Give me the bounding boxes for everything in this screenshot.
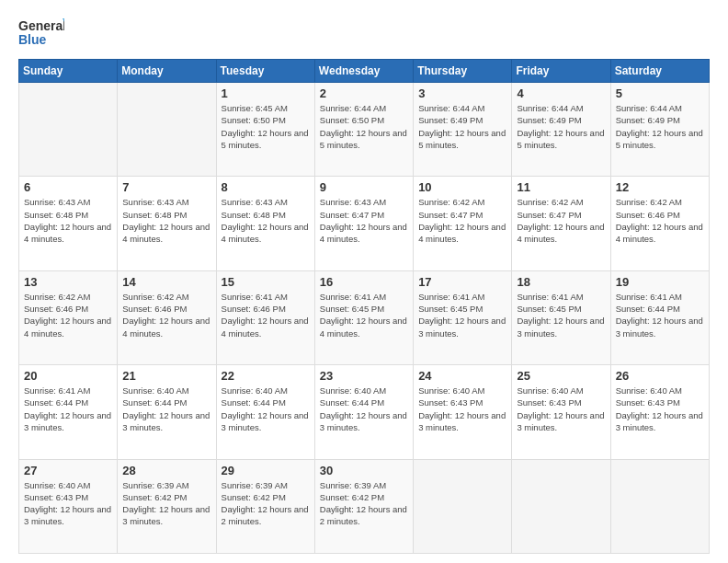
day-info: Sunrise: 6:42 AM Sunset: 6:47 PM Dayligh… <box>517 196 605 245</box>
day-info: Sunrise: 6:41 AM Sunset: 6:46 PM Dayligh… <box>222 291 310 339</box>
calendar-cell: 18Sunrise: 6:41 AM Sunset: 6:45 PM Dayli… <box>512 270 610 364</box>
day-number: 7 <box>122 180 210 194</box>
day-info: Sunrise: 6:41 AM Sunset: 6:45 PM Dayligh… <box>418 291 506 339</box>
day-info: Sunrise: 6:42 AM Sunset: 6:46 PM Dayligh… <box>616 196 704 245</box>
calendar-cell: 4Sunrise: 6:44 AM Sunset: 6:49 PM Daylig… <box>512 83 610 177</box>
calendar-week-3: 13Sunrise: 6:42 AM Sunset: 6:46 PM Dayli… <box>19 270 710 364</box>
calendar-cell: 2Sunrise: 6:44 AM Sunset: 6:50 PM Daylig… <box>314 83 413 177</box>
day-number: 23 <box>320 369 408 383</box>
weekday-header-row: SundayMondayTuesdayWednesdayThursdayFrid… <box>19 60 710 83</box>
calendar-cell: 3Sunrise: 6:44 AM Sunset: 6:49 PM Daylig… <box>414 83 512 177</box>
day-info: Sunrise: 6:39 AM Sunset: 6:42 PM Dayligh… <box>320 479 408 528</box>
calendar-cell: 14Sunrise: 6:42 AM Sunset: 6:46 PM Dayli… <box>118 270 216 364</box>
calendar-cell: 25Sunrise: 6:40 AM Sunset: 6:43 PM Dayli… <box>512 365 610 459</box>
calendar-cell: 28Sunrise: 6:39 AM Sunset: 6:42 PM Dayli… <box>118 459 216 553</box>
calendar-cell: 27Sunrise: 6:40 AM Sunset: 6:43 PM Dayli… <box>19 459 118 553</box>
day-number: 10 <box>418 180 506 194</box>
calendar-cell: 22Sunrise: 6:40 AM Sunset: 6:44 PM Dayli… <box>216 365 314 459</box>
day-number: 9 <box>320 180 408 194</box>
calendar-cell: 24Sunrise: 6:40 AM Sunset: 6:43 PM Dayli… <box>414 365 512 459</box>
day-number: 17 <box>418 275 506 289</box>
day-info: Sunrise: 6:41 AM Sunset: 6:44 PM Dayligh… <box>24 385 112 433</box>
calendar-cell: 17Sunrise: 6:41 AM Sunset: 6:45 PM Dayli… <box>414 270 512 364</box>
weekday-header-sunday: Sunday <box>19 60 118 83</box>
weekday-header-wednesday: Wednesday <box>314 60 413 83</box>
calendar-cell <box>610 459 709 553</box>
day-number: 24 <box>418 369 506 383</box>
calendar-cell: 9Sunrise: 6:43 AM Sunset: 6:47 PM Daylig… <box>314 177 413 270</box>
day-number: 12 <box>616 180 704 194</box>
calendar-week-2: 6Sunrise: 6:43 AM Sunset: 6:48 PM Daylig… <box>19 177 710 270</box>
day-number: 4 <box>517 86 605 100</box>
calendar-cell: 7Sunrise: 6:43 AM Sunset: 6:48 PM Daylig… <box>118 177 216 270</box>
calendar-cell: 16Sunrise: 6:41 AM Sunset: 6:45 PM Dayli… <box>314 270 413 364</box>
day-info: Sunrise: 6:43 AM Sunset: 6:48 PM Dayligh… <box>222 196 310 245</box>
calendar-cell: 1Sunrise: 6:45 AM Sunset: 6:50 PM Daylig… <box>216 83 314 177</box>
logo-svg: General Blue <box>18 17 64 50</box>
calendar-cell: 21Sunrise: 6:40 AM Sunset: 6:44 PM Dayli… <box>118 365 216 459</box>
day-info: Sunrise: 6:43 AM Sunset: 6:47 PM Dayligh… <box>320 196 408 245</box>
calendar-cell: 29Sunrise: 6:39 AM Sunset: 6:42 PM Dayli… <box>216 459 314 553</box>
day-number: 25 <box>517 369 605 383</box>
day-info: Sunrise: 6:40 AM Sunset: 6:44 PM Dayligh… <box>122 385 210 433</box>
page-header: General Blue <box>18 17 710 50</box>
day-number: 14 <box>122 275 210 289</box>
day-info: Sunrise: 6:40 AM Sunset: 6:43 PM Dayligh… <box>616 385 704 433</box>
calendar-week-4: 20Sunrise: 6:41 AM Sunset: 6:44 PM Dayli… <box>19 365 710 459</box>
day-number: 5 <box>616 86 704 100</box>
calendar-cell: 23Sunrise: 6:40 AM Sunset: 6:44 PM Dayli… <box>314 365 413 459</box>
svg-text:Blue: Blue <box>18 32 47 47</box>
day-info: Sunrise: 6:42 AM Sunset: 6:47 PM Dayligh… <box>418 196 506 245</box>
day-info: Sunrise: 6:42 AM Sunset: 6:46 PM Dayligh… <box>122 291 210 339</box>
logo: General Blue <box>18 17 64 50</box>
day-info: Sunrise: 6:44 AM Sunset: 6:49 PM Dayligh… <box>517 102 605 151</box>
day-info: Sunrise: 6:40 AM Sunset: 6:44 PM Dayligh… <box>320 385 408 433</box>
day-number: 30 <box>320 464 408 477</box>
day-info: Sunrise: 6:45 AM Sunset: 6:50 PM Dayligh… <box>222 102 310 151</box>
day-info: Sunrise: 6:40 AM Sunset: 6:43 PM Dayligh… <box>24 479 112 528</box>
calendar-body: 1Sunrise: 6:45 AM Sunset: 6:50 PM Daylig… <box>19 83 710 554</box>
calendar-cell: 6Sunrise: 6:43 AM Sunset: 6:48 PM Daylig… <box>19 177 118 270</box>
day-info: Sunrise: 6:40 AM Sunset: 6:43 PM Dayligh… <box>418 385 506 433</box>
day-info: Sunrise: 6:40 AM Sunset: 6:43 PM Dayligh… <box>517 385 605 433</box>
day-number: 29 <box>222 464 310 477</box>
day-number: 27 <box>24 464 112 477</box>
calendar-cell: 30Sunrise: 6:39 AM Sunset: 6:42 PM Dayli… <box>314 459 413 553</box>
calendar-cell: 26Sunrise: 6:40 AM Sunset: 6:43 PM Dayli… <box>610 365 709 459</box>
calendar-cell: 5Sunrise: 6:44 AM Sunset: 6:49 PM Daylig… <box>610 83 709 177</box>
day-number: 16 <box>320 275 408 289</box>
calendar-cell <box>512 459 610 553</box>
day-info: Sunrise: 6:44 AM Sunset: 6:49 PM Dayligh… <box>418 102 506 151</box>
day-number: 28 <box>122 464 210 477</box>
day-number: 18 <box>517 275 605 289</box>
day-number: 6 <box>24 180 112 194</box>
calendar-cell: 8Sunrise: 6:43 AM Sunset: 6:48 PM Daylig… <box>216 177 314 270</box>
day-info: Sunrise: 6:39 AM Sunset: 6:42 PM Dayligh… <box>222 479 310 528</box>
day-number: 22 <box>222 369 310 383</box>
weekday-header-saturday: Saturday <box>610 60 709 83</box>
day-number: 15 <box>222 275 310 289</box>
day-number: 20 <box>24 369 112 383</box>
day-info: Sunrise: 6:44 AM Sunset: 6:49 PM Dayligh… <box>616 102 704 151</box>
calendar-cell <box>19 83 118 177</box>
day-number: 21 <box>122 369 210 383</box>
day-number: 3 <box>418 86 506 100</box>
calendar-cell <box>414 459 512 553</box>
calendar-week-1: 1Sunrise: 6:45 AM Sunset: 6:50 PM Daylig… <box>19 83 710 177</box>
day-info: Sunrise: 6:42 AM Sunset: 6:46 PM Dayligh… <box>24 291 112 339</box>
calendar-cell: 13Sunrise: 6:42 AM Sunset: 6:46 PM Dayli… <box>19 270 118 364</box>
day-number: 1 <box>222 86 310 100</box>
day-info: Sunrise: 6:44 AM Sunset: 6:50 PM Dayligh… <box>320 102 408 151</box>
day-number: 19 <box>616 275 704 289</box>
calendar-cell <box>118 83 216 177</box>
day-info: Sunrise: 6:40 AM Sunset: 6:44 PM Dayligh… <box>222 385 310 433</box>
weekday-header-monday: Monday <box>118 60 216 83</box>
calendar-cell: 20Sunrise: 6:41 AM Sunset: 6:44 PM Dayli… <box>19 365 118 459</box>
weekday-header-tuesday: Tuesday <box>216 60 314 83</box>
day-info: Sunrise: 6:39 AM Sunset: 6:42 PM Dayligh… <box>122 479 210 528</box>
calendar-cell: 15Sunrise: 6:41 AM Sunset: 6:46 PM Dayli… <box>216 270 314 364</box>
day-number: 13 <box>24 275 112 289</box>
calendar-cell: 10Sunrise: 6:42 AM Sunset: 6:47 PM Dayli… <box>414 177 512 270</box>
weekday-header-thursday: Thursday <box>414 60 512 83</box>
calendar-cell: 12Sunrise: 6:42 AM Sunset: 6:46 PM Dayli… <box>610 177 709 270</box>
